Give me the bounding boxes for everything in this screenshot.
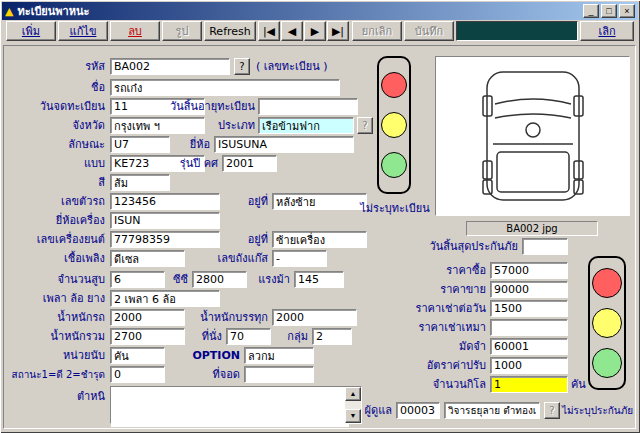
load-weight-label: น้ำหนักบรรทุก — [186, 309, 268, 326]
chassis-pos-label: อยู่ที่ — [210, 193, 268, 210]
reg-expire-label: วันสิ้นอายุทะเบียน — [150, 98, 255, 115]
price-sell-label: ราคาขาย — [408, 281, 486, 298]
unit-input[interactable] — [110, 347, 165, 364]
red-light-icon — [381, 72, 407, 98]
group-input[interactable] — [312, 328, 352, 345]
fine-rate-input[interactable] — [490, 357, 568, 374]
total-weight-input[interactable] — [110, 328, 185, 345]
maximize-button[interactable]: □ — [601, 4, 617, 18]
code-input[interactable] — [110, 58, 230, 75]
type-lookup-button[interactable]: ? — [357, 117, 373, 134]
engine-brand-label: ยี่ห้อเครื่อง — [2, 212, 105, 229]
vehicle-photo — [435, 56, 630, 216]
option-input[interactable] — [244, 347, 314, 364]
caretaker-label: ผู้ดูแล — [352, 402, 392, 419]
engine-pos-label: อยู่ที่ — [210, 231, 268, 248]
refresh-button[interactable]: Refresh — [204, 21, 256, 41]
red-light-icon — [592, 268, 622, 298]
last-record-button[interactable]: ▶| — [327, 21, 349, 41]
parking-label: ที่จอด — [178, 366, 240, 383]
caretaker-name-input[interactable] — [444, 402, 540, 419]
fuel-label: เชื้อเพลิง — [2, 250, 105, 267]
cc-input[interactable] — [192, 271, 247, 288]
price-buy-input[interactable] — [490, 262, 568, 279]
reg-date-label: วันจดทะเบียน — [2, 98, 105, 115]
parking-input[interactable] — [244, 366, 314, 383]
no-insurance-status: ไม่ระบุประกันภัย — [562, 402, 636, 419]
engine-pos-input[interactable] — [272, 231, 367, 248]
remark-memo: ▲ ▼ — [110, 386, 362, 424]
deposit-input[interactable] — [490, 338, 568, 355]
style-label: ลักษณะ — [2, 136, 105, 153]
option-label: OPTION — [178, 347, 240, 364]
remark-textarea[interactable] — [111, 387, 349, 427]
no-plate-status: ไม่ระบุทะเบียน — [352, 200, 438, 217]
add-button[interactable]: เพิ่ม — [6, 21, 56, 41]
deposit-label: มัดจำ — [408, 338, 486, 355]
year-input[interactable] — [222, 155, 277, 172]
province-label: จังหวัด — [2, 117, 105, 134]
insurance-end-input[interactable] — [522, 238, 568, 255]
name-input[interactable] — [110, 79, 340, 96]
axles-input[interactable] — [110, 290, 220, 307]
insurance-end-label: วันสิ้นสุดประกันภัย — [400, 238, 518, 255]
green-light-icon — [381, 152, 407, 178]
caretaker-code-input[interactable] — [396, 402, 440, 419]
year-label: รุ่นปี คศ — [150, 155, 218, 172]
minimize-button[interactable]: _ — [583, 4, 599, 18]
insurance-traffic-light — [588, 256, 626, 390]
close-button[interactable]: × — [619, 4, 635, 18]
remark-label: ตำหนิ — [2, 388, 105, 405]
cc-label: ซีซี — [150, 271, 188, 288]
chassis-no-input[interactable] — [110, 193, 220, 210]
fuel-input[interactable] — [110, 250, 185, 267]
prev-record-button[interactable]: ◀ — [281, 21, 303, 41]
total-weight-label: น้ำหนักรวม — [2, 328, 105, 345]
window-title: ทะเบียนพาหนะ — [17, 2, 89, 20]
gas-no-label: เลขถังแก๊ส — [180, 250, 268, 267]
delete-button[interactable]: ลบ — [110, 21, 160, 41]
cylinders-label: จำนวนสูบ — [2, 271, 105, 288]
type-input[interactable] — [258, 117, 354, 134]
picture-button[interactable]: รูป — [162, 21, 202, 41]
exit-button[interactable]: เลิก — [580, 21, 634, 41]
load-weight-input[interactable] — [272, 309, 357, 326]
caretaker-lookup-button[interactable]: ? — [544, 402, 560, 419]
fine-rate-label: อัตราค่าปรับ — [408, 357, 486, 374]
brand-input[interactable] — [214, 136, 354, 153]
yellow-light-icon — [381, 112, 407, 138]
titlebar: ▲ ทะเบียนพาหนะ _ □ × — [2, 2, 638, 20]
photo-filename: BA002 jpg — [466, 221, 598, 236]
price-sell-input[interactable] — [490, 281, 568, 298]
car-weight-input[interactable] — [110, 309, 185, 326]
color-input[interactable] — [110, 174, 170, 191]
brand-label: ยี่ห้อ — [150, 136, 210, 153]
rent-charter-input[interactable] — [490, 319, 568, 336]
next-record-button[interactable]: ▶ — [304, 21, 326, 41]
engine-no-input[interactable] — [110, 231, 220, 248]
type-label: ประเภท — [150, 117, 255, 134]
engine-brand-input[interactable] — [110, 212, 220, 229]
code-note: ( เลขทะเบียน ) — [256, 58, 366, 75]
code-lookup-button[interactable]: ? — [234, 58, 250, 75]
kilometers-label: จำนวนกิโล — [408, 376, 486, 393]
status-label: สถานะ1=ดี 2=ชำรุด — [2, 366, 105, 383]
scroll-up-icon[interactable]: ▲ — [345, 387, 361, 401]
edit-button[interactable]: แก้ไข — [58, 21, 108, 41]
cancel-button[interactable]: ยกเลิก — [352, 21, 402, 41]
code-label: รหัส — [2, 58, 105, 75]
group-label: กลุ่ม — [272, 328, 308, 345]
rent-per-day-input[interactable] — [490, 300, 568, 317]
seats-input[interactable] — [226, 328, 271, 345]
first-record-button[interactable]: |◀ — [258, 21, 280, 41]
save-button[interactable]: บันทึก — [404, 21, 454, 41]
status-input[interactable] — [110, 366, 165, 383]
model-label: แบบ — [2, 155, 105, 172]
gas-no-input[interactable] — [272, 250, 327, 267]
seats-label: ที่นั่ง — [182, 328, 222, 345]
horsepower-input[interactable] — [294, 271, 344, 288]
reg-expire-input[interactable] — [258, 98, 358, 115]
color-label: สี — [2, 174, 105, 191]
unit-label: หน่วยนับ — [2, 347, 105, 364]
kilometers-input[interactable] — [490, 376, 568, 393]
